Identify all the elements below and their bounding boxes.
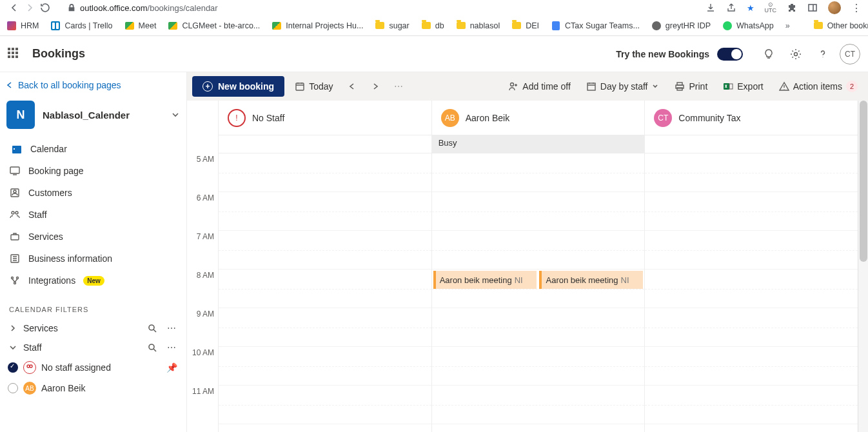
time-slot[interactable] xyxy=(432,386,645,424)
svg-point-8 xyxy=(15,211,18,214)
time-slot[interactable] xyxy=(219,386,431,424)
profile-chip[interactable]: CT xyxy=(840,44,860,64)
doc-icon xyxy=(551,21,561,31)
nav-services[interactable]: Services xyxy=(0,226,186,248)
bookmark-item[interactable]: greytHR IDP xyxy=(651,21,711,31)
prev-day-button[interactable] xyxy=(343,77,361,95)
time-slot[interactable] xyxy=(432,347,645,386)
sidepanel-icon[interactable] xyxy=(807,3,818,13)
nav-integrations[interactable]: IntegrationsNew xyxy=(0,270,186,291)
time-slot[interactable] xyxy=(432,308,645,347)
search-icon[interactable] xyxy=(148,343,159,352)
scrollbar-thumb[interactable] xyxy=(860,101,867,262)
bookmark-item[interactable]: Meet xyxy=(124,21,157,31)
install-icon[interactable] xyxy=(705,3,716,13)
calendar-column: !No Staff xyxy=(218,101,431,432)
bookmark-star-icon[interactable]: ★ xyxy=(747,3,755,13)
nav-biz[interactable]: Business information xyxy=(0,248,186,270)
url-bar[interactable]: outlook.office.com/bookings/calendar xyxy=(80,3,705,13)
add-time-off-button[interactable]: Add time off xyxy=(503,77,575,95)
bookmark-item[interactable]: CTax Sugar Teams... xyxy=(551,21,640,31)
calendar-event[interactable]: Aaron beik meeting NI xyxy=(539,271,643,289)
print-button[interactable]: Print xyxy=(669,77,713,95)
browser-menu-icon[interactable]: ⋮ xyxy=(851,2,862,14)
more-icon[interactable]: ⋯ xyxy=(166,342,177,353)
day-by-staff-dropdown[interactable]: Day by staff xyxy=(581,77,665,95)
settings-gear-icon[interactable] xyxy=(785,44,806,64)
time-slot[interactable] xyxy=(219,153,431,192)
export-button[interactable]: Export xyxy=(718,77,768,95)
filter-staff[interactable]: Staff⋯ xyxy=(0,338,186,357)
staff-avatar: AB xyxy=(23,382,36,395)
lock-icon xyxy=(67,3,76,12)
bookmark-item[interactable]: Cards | Trello xyxy=(50,21,112,31)
try-new-toggle[interactable] xyxy=(717,48,743,61)
calendar-icon xyxy=(11,143,23,155)
time-slot[interactable] xyxy=(645,347,858,386)
more-icon[interactable]: ⋯ xyxy=(166,323,177,333)
today-button[interactable]: Today xyxy=(290,77,338,95)
staff-filter-item[interactable]: No staff assigned📌 xyxy=(4,357,186,378)
nav-customers[interactable]: Customers xyxy=(0,182,186,204)
bookmark-item[interactable]: DEI xyxy=(511,21,539,31)
time-slot[interactable] xyxy=(219,347,431,386)
chevron-down-icon xyxy=(171,110,180,119)
pin-icon[interactable]: 📌 xyxy=(166,362,177,373)
time-slot[interactable] xyxy=(219,192,431,231)
bookmark-item[interactable]: nablasol xyxy=(456,21,500,31)
vertical-scrollbar[interactable] xyxy=(858,101,868,432)
nav-monitor[interactable]: Booking page xyxy=(0,160,186,182)
action-items-button[interactable]: Action items 2 xyxy=(774,77,863,96)
new-badge: New xyxy=(83,276,104,286)
bookmark-item[interactable]: Internal Projects Hu... xyxy=(271,21,363,31)
calendar-selector[interactable]: N Nablasol_Calender xyxy=(0,95,186,135)
help-icon[interactable] xyxy=(813,44,833,64)
bookmark-item[interactable]: CLGMeet - bte-arco... xyxy=(168,21,260,31)
other-bookmarks[interactable]: Other bookmarks xyxy=(813,21,868,31)
checkbox[interactable] xyxy=(8,383,18,393)
back-to-pages-link[interactable]: Back to all booking pages xyxy=(0,72,186,95)
bookmark-item[interactable]: HRM xyxy=(6,21,39,31)
time-slot[interactable] xyxy=(645,270,858,308)
bookmarks-overflow-icon[interactable]: » xyxy=(785,21,790,30)
time-slot[interactable] xyxy=(432,192,645,231)
time-slot[interactable] xyxy=(219,231,431,270)
bookmark-item[interactable]: db xyxy=(421,21,444,31)
browser-reload-button[interactable] xyxy=(37,0,53,15)
time-slot[interactable] xyxy=(219,308,431,347)
tips-icon[interactable] xyxy=(758,44,779,64)
checkbox[interactable] xyxy=(8,362,18,373)
new-booking-button[interactable]: + New booking xyxy=(192,76,284,97)
calendar-event[interactable]: Aaron beik meeting NI xyxy=(433,271,537,289)
time-slot[interactable] xyxy=(645,386,858,424)
search-icon[interactable] xyxy=(148,324,159,333)
staff-filter-item[interactable]: ABAaron Beik xyxy=(4,378,186,398)
utc-icon[interactable]: ⊙UTC xyxy=(765,2,777,14)
time-slot[interactable] xyxy=(432,231,645,270)
svg-rect-25 xyxy=(729,84,733,89)
svg-rect-18 xyxy=(296,83,304,90)
calendar-name: Nablasol_Calender xyxy=(43,110,163,121)
next-day-button[interactable] xyxy=(366,77,384,95)
nav-staff[interactable]: Staff xyxy=(0,204,186,226)
bookmark-item[interactable]: WhatsApp xyxy=(722,21,774,31)
app-launcher-icon[interactable] xyxy=(8,48,21,61)
time-slot[interactable] xyxy=(645,192,858,231)
browser-profile-avatar[interactable] xyxy=(828,1,841,14)
nav-calendar[interactable]: Calendar xyxy=(0,138,186,160)
filter-services[interactable]: Services⋯ xyxy=(0,319,186,338)
share-icon[interactable] xyxy=(726,3,736,13)
time-slot[interactable] xyxy=(432,153,645,192)
svg-point-17 xyxy=(30,365,32,368)
time-slot[interactable] xyxy=(645,308,858,347)
time-slot[interactable] xyxy=(219,270,431,308)
bookmark-item[interactable]: sugar xyxy=(375,21,409,31)
time-slot[interactable] xyxy=(645,153,858,192)
svg-rect-4 xyxy=(10,167,19,173)
staff-avatar: CT xyxy=(654,109,672,127)
browser-forward-button[interactable] xyxy=(22,0,37,15)
browser-back-button[interactable] xyxy=(6,0,22,15)
more-options-button[interactable]: ⋯ xyxy=(390,77,408,95)
time-slot[interactable] xyxy=(645,231,858,270)
extensions-icon[interactable] xyxy=(787,3,797,13)
